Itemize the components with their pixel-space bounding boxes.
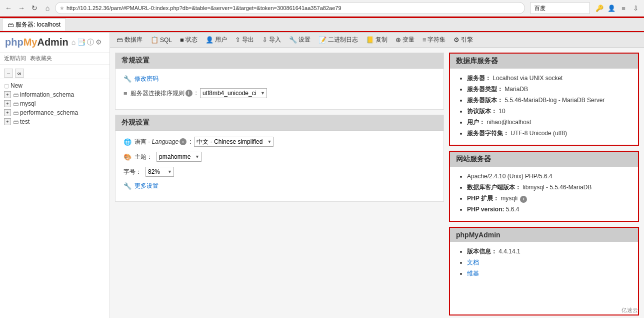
tree-item-mysql[interactable]: + 🗃 mysql [0, 99, 110, 108]
language-info-icon[interactable]: i [180, 138, 186, 145]
phpmyadmin-body: 版本信息： 4.4.14.1 文档 维基 [450, 242, 638, 285]
nav-export-button[interactable]: ⇧ 导出 [232, 34, 258, 46]
user-nav-icon: 👤 [206, 36, 214, 44]
db-server-item-1: 服务器类型： MariaDB [467, 85, 631, 94]
appearance-settings-panel: 外观设置 🌐 语言 - Language i : 中文 - Chinese si… [115, 115, 444, 202]
logo-php: php [5, 37, 24, 48]
sql-nav-icon: 📋 [150, 36, 158, 44]
db-icon-performance-schema: 🗃 [13, 110, 18, 116]
language-row: 🌐 语言 - Language i : 中文 - Chinese simplif… [124, 137, 436, 147]
collapse-all-button[interactable]: – [4, 69, 13, 78]
db-server-title: 数据库服务器 [450, 54, 638, 69]
tree-item-test[interactable]: + 🗃 test [0, 117, 110, 126]
expand-information-schema-icon[interactable]: + [4, 91, 11, 98]
key-button[interactable]: 🔑 [594, 3, 605, 14]
theme-icon: 🎨 [124, 153, 132, 161]
nav-database-button[interactable]: 🗃 数据库 [113, 34, 146, 46]
bookmarks-link[interactable]: 表收藏夹 [30, 55, 52, 62]
more-settings-row: 🔧 更多设置 [124, 182, 436, 190]
star-icon: ★ [60, 5, 64, 12]
address-bar[interactable]: ★ http://10.1.252.36/pam/#PMAURL-0:index… [55, 2, 525, 14]
fontsize-select[interactable]: 82% 100% 120% [146, 167, 174, 177]
tree-item-information-schema[interactable]: + 🗃 information_schema [0, 90, 110, 99]
collation-info-icon[interactable]: i [186, 90, 192, 97]
phpmyadmin-item-2: 维基 [467, 269, 631, 278]
settings-icon[interactable]: ⚙ [96, 38, 102, 47]
link-button[interactable]: ∞ [15, 69, 24, 78]
general-settings-title: 常规设置 [116, 53, 444, 69]
web-server-item-0: Apache/2.4.10 (Unix) PHP/5.6.4 [467, 172, 631, 181]
home-icon[interactable]: ⌂ [72, 38, 76, 47]
nav-charset-button[interactable]: ≡ 字符集 [419, 34, 450, 46]
expand-mysql-icon[interactable]: + [4, 100, 11, 107]
nav-replication-button[interactable]: 📒 复制 [362, 34, 391, 46]
recent-visits-link[interactable]: 近期访问 [4, 55, 26, 62]
collation-select-wrapper: utf8mb4_unicode_ci utf8_general_ci latin… [200, 88, 267, 98]
fontsize-row: 字号： 82% 100% 120% [124, 167, 436, 177]
download-button[interactable]: ⇩ [630, 3, 641, 14]
status-nav-icon: ■ [180, 36, 184, 44]
nav-import-button[interactable]: ⇩ 导入 [258, 34, 284, 46]
top-nav: 🗃 数据库 📋 SQL ■ 状态 👤 用户 ⇧ 导出 ⇩ 导入 [110, 33, 644, 48]
tab-localhost[interactable]: 🗃 服务器: localhost [2, 19, 66, 31]
docs-link[interactable]: 文档 [467, 259, 479, 266]
tree-item-performance-schema[interactable]: + 🗃 performance_schema [0, 108, 110, 117]
nav-sql-button[interactable]: 📋 SQL [147, 35, 176, 45]
url-text: http://10.1.252.36/pam/#PMAURL-0:index.p… [66, 5, 342, 11]
general-settings-panel: 常规设置 🔧 修改密码 ≡ 服务器连接排序规则 i : [115, 53, 444, 110]
db-icon-test: 🗃 [13, 119, 18, 125]
more-settings-icon: 🔧 [124, 182, 132, 190]
pma-logo: phpMyAdmin ⌂ 📑 ⓘ ⚙ [0, 33, 110, 53]
nav-binlog-button[interactable]: 📝 二进制日志 [315, 34, 362, 46]
charset-nav-icon: ≡ [422, 36, 426, 44]
more-settings-link[interactable]: 更多设置 [134, 182, 158, 190]
left-panels: 常规设置 🔧 修改密码 ≡ 服务器连接排序规则 i : [115, 53, 444, 315]
database-nav-icon: 🗃 [116, 36, 123, 44]
back-button[interactable]: ← [3, 3, 14, 14]
expand-test-icon[interactable]: + [4, 118, 11, 125]
wiki-link[interactable]: 维基 [467, 270, 479, 277]
nav-user-button[interactable]: 👤 用户 [202, 34, 230, 46]
nav-settings-button[interactable]: 🔧 设置 [286, 34, 314, 46]
nav-status-button[interactable]: ■ 状态 [176, 34, 201, 46]
language-select[interactable]: 中文 - Chinese simplified English 日本語 [194, 137, 274, 147]
web-server-item-2: PHP 扩展： mysqli i [467, 194, 631, 203]
engine-nav-icon: ⚙ [454, 36, 460, 44]
sidebar-nav: 近期访问 表收藏夹 [0, 53, 110, 65]
change-password-link[interactable]: 修改密码 [134, 75, 158, 83]
phpmyadmin-item-1: 文档 [467, 258, 631, 267]
info-circle-icon[interactable]: ⓘ [87, 38, 94, 47]
search-bar[interactable]: 百度 [530, 2, 590, 14]
tree-item-information-schema-label: information_schema [20, 91, 74, 98]
web-server-body: Apache/2.4.10 (Unix) PHP/5.6.4 数据库客户端版本：… [450, 167, 638, 221]
appearance-settings-title: 外观设置 [116, 115, 444, 131]
theme-select[interactable]: pmahomme original metro [156, 152, 202, 162]
sidebar: phpMyAdmin ⌂ 📑 ⓘ ⚙ 近期访问 表收藏夹 – ∞ ▢ New [0, 33, 110, 318]
menu-button[interactable]: ≡ [618, 3, 629, 14]
expand-performance-schema-icon[interactable]: + [4, 109, 11, 116]
logo-my: My [24, 37, 38, 48]
home-button[interactable]: ⌂ [42, 3, 53, 14]
db-server-item-0: 服务器： Localhost via UNIX socket [467, 74, 631, 83]
language-select-wrapper: 中文 - Chinese simplified English 日本語 [194, 137, 274, 147]
forward-button[interactable]: → [16, 3, 27, 14]
replication-nav-icon: 📒 [366, 36, 374, 44]
tree-item-new[interactable]: ▢ New [0, 81, 110, 90]
fontsize-select-wrapper: 82% 100% 120% [146, 167, 174, 177]
db-server-body: 服务器： Localhost via UNIX socket 服务器类型： Ma… [450, 69, 638, 145]
nav-engine-button[interactable]: ⚙ 引擎 [450, 34, 476, 46]
watermark: 亿速云 [622, 306, 638, 314]
collation-row: ≡ 服务器连接排序规则 i : utf8mb4_unicode_ci utf8_… [124, 88, 436, 98]
refresh-button[interactable]: ↻ [29, 3, 40, 14]
import-nav-icon: ⇩ [262, 36, 268, 44]
nav-variables-button[interactable]: ⊕ 变量 [392, 34, 418, 46]
person-button[interactable]: 👤 [606, 3, 617, 14]
collation-select[interactable]: utf8mb4_unicode_ci utf8_general_ci latin… [200, 88, 267, 98]
language-label: 语言 - Language [134, 138, 178, 146]
main-container: phpMyAdmin ⌂ 📑 ⓘ ⚙ 近期访问 表收藏夹 – ∞ ▢ New [0, 33, 644, 318]
bookmark-icon[interactable]: 📑 [77, 38, 86, 47]
tree-item-performance-schema-label: performance_schema [20, 109, 78, 116]
phpmyadmin-panel: phpMyAdmin 版本信息： 4.4.14.1 文档 维基 [449, 227, 639, 315]
mysqli-info-icon[interactable]: i [520, 196, 527, 203]
new-db-icon: ▢ [4, 83, 9, 89]
